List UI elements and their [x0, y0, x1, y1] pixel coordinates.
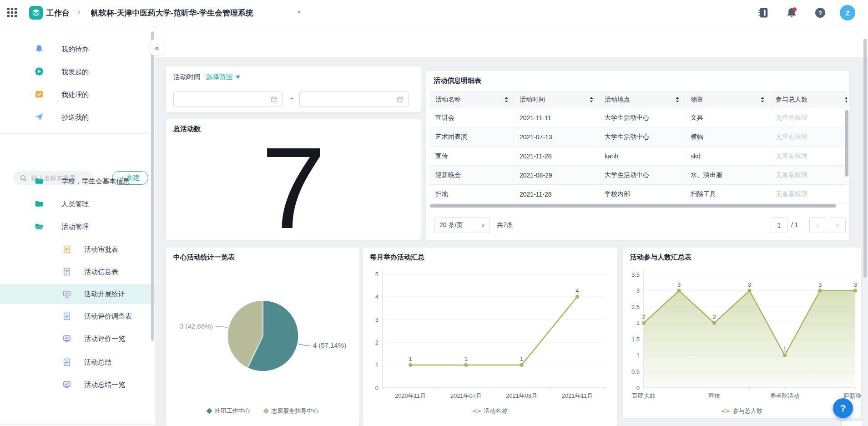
tree-folder-学校，学生会基本信息[interactable]: 学校，学生会基本信息: [0, 171, 155, 191]
svg-text:1: 1: [464, 355, 468, 362]
tree-item-活动信息表[interactable]: 活动信息表: [0, 262, 155, 282]
doc-icon-blue: [62, 358, 71, 367]
collapse-sidebar-button[interactable]: «: [150, 40, 164, 55]
table-cell: 2021-11-11: [514, 108, 599, 127]
svg-text:2021年07月: 2021年07月: [450, 392, 482, 399]
sidebar-item-1[interactable]: 我的待办: [0, 40, 155, 58]
sidebar-item-3[interactable]: 我处理的: [0, 86, 155, 104]
sort-icon: [845, 97, 847, 102]
table-cell: 宣讲会: [430, 108, 514, 127]
breadcrumb-separator-icon: ›: [77, 6, 81, 17]
calendar-icon: 1: [397, 96, 404, 103]
tree-folder-活动管理[interactable]: 活动管理: [0, 217, 155, 237]
sort-icon: [590, 97, 593, 102]
tree-item-活动总结[interactable]: 活动总结: [0, 352, 155, 372]
doc-icon-blue: [62, 267, 71, 276]
monitor-icon: [62, 289, 71, 299]
tree-item-label: 活动审批表: [84, 245, 118, 254]
sidebar-item-label: 我发起的: [61, 68, 89, 76]
page-size-select[interactable]: 20 条/页 ∨: [434, 217, 490, 233]
table-cell: 大学生活动中心: [599, 127, 685, 147]
table-vertical-scrollbar[interactable]: [845, 110, 848, 177]
help-circle-icon[interactable]: ?: [814, 6, 827, 19]
line1-card-title: 每月举办活动汇总: [370, 253, 424, 262]
topbar-divider: [24, 7, 24, 19]
end-date-input[interactable]: 1: [299, 91, 409, 107]
diamond-marker-icon: [263, 408, 269, 414]
svg-text:1.5: 1.5: [631, 336, 640, 343]
notifications-bell-icon[interactable]: [785, 6, 798, 19]
legend-item-社团工作中心[interactable]: 社团工作中心: [207, 407, 250, 415]
avatar[interactable]: Z: [840, 5, 855, 20]
filter-range-select[interactable]: 选择范围: [206, 73, 240, 81]
start-date-input[interactable]: 1: [173, 91, 283, 107]
table-cell: 迎新晚会: [430, 166, 514, 185]
total-pages-label: / 1: [791, 221, 798, 228]
column-header-活动地点[interactable]: 活动地点: [599, 91, 685, 108]
column-header-活动时间[interactable]: 活动时间: [514, 91, 599, 108]
breadcrumb[interactable]: 帆软杯-天津中医药大学-范昕华-学生会管理系统: [91, 8, 253, 18]
app-grid-menu-icon[interactable]: [7, 8, 17, 18]
sidebar-scrollbar[interactable]: [151, 31, 154, 341]
current-page-input[interactable]: 1: [771, 217, 787, 233]
table-cell: 宣传: [430, 147, 514, 166]
participants-area-chart: 00.511.522.533.52323133百团大战宣传养老院活动迎新晚会: [623, 248, 861, 418]
svg-text:2020年11月: 2020年11月: [395, 392, 426, 399]
layers-icon: [31, 8, 41, 18]
tree-item-label: 人员管理: [61, 200, 89, 208]
range-separator: ~: [287, 95, 295, 102]
tree-item-label: 活动评价调查表: [84, 312, 132, 321]
sidebar-item-4[interactable]: 抄送我的: [0, 108, 155, 127]
tree-item-活动开展统计[interactable]: 活动开展统计: [0, 284, 155, 304]
participants-summary-card: 活动参与人数汇总表 00.511.522.533.52323133百团大战宣传养…: [623, 248, 861, 418]
svg-text:5: 5: [375, 271, 378, 278]
table-card-title: 活动信息明细表: [434, 76, 481, 85]
address-book-icon[interactable]: [757, 6, 770, 19]
svg-text:3: 3: [818, 281, 822, 288]
task-check-icon: [34, 89, 45, 100]
column-header-物资[interactable]: 物资: [685, 91, 770, 108]
tree-item-label: 活动评价一览: [84, 335, 125, 343]
legend-item-活动名称[interactable]: 活动名称: [473, 407, 508, 415]
legend-item-志愿服务指导中心[interactable]: 志愿服务指导中心: [264, 407, 319, 415]
floating-help-button[interactable]: ?: [833, 398, 853, 418]
table-cell: 无查看权限: [770, 108, 847, 127]
page-scrollbar[interactable]: [863, 39, 867, 278]
table-cell: 横幅: [685, 127, 770, 147]
folder-icon: [34, 176, 44, 186]
svg-text:1: 1: [409, 355, 412, 362]
main-header: [155, 26, 868, 57]
table-viewport: 活动名称活动时间活动地点物资参与总人数宣讲会2021-11-11大学生活动中心文…: [430, 91, 847, 204]
line-marker-icon: [473, 409, 481, 413]
tree-folder-人员管理[interactable]: 人员管理: [0, 194, 155, 214]
sort-icon: [505, 97, 508, 102]
filter-label: 活动时间: [173, 73, 201, 81]
column-header-活动名称[interactable]: 活动名称: [430, 91, 514, 108]
svg-text:1: 1: [783, 346, 786, 353]
svg-text:3: 3: [748, 281, 751, 288]
prev-page-button[interactable]: ‹: [809, 217, 826, 233]
sort-icon: [676, 97, 679, 102]
tree-item-label: 活动总结: [84, 358, 111, 367]
total-activities-card: 总活动数 7: [166, 119, 421, 240]
table-cell: 水、演出服: [685, 166, 770, 185]
sidebar-item-2[interactable]: 我发起的: [0, 63, 155, 81]
legend-item-参与总人数[interactable]: 参与总人数: [722, 407, 762, 415]
next-page-button[interactable]: ›: [829, 217, 846, 233]
filter-card: 活动时间 选择范围 1 ~ 1: [166, 66, 421, 112]
tree-item-活动评价调查表[interactable]: 活动评价调查表: [0, 306, 155, 326]
table-horizontal-scrollbar[interactable]: [430, 204, 836, 208]
column-header-参与总人数[interactable]: 参与总人数: [770, 91, 847, 108]
line2-card-title: 活动参与人数汇总表: [630, 253, 691, 262]
pie-legend: 社团工作中心志愿服务指导中心: [166, 407, 359, 415]
tree-item-活动审批表[interactable]: 活动审批表: [0, 239, 155, 259]
monitor-icon: [62, 380, 71, 389]
table-cell: 艺术团表演: [430, 127, 514, 147]
svg-text:3: 3: [636, 287, 640, 294]
app-root: 工作台 › 帆软杯-天津中医药大学-范昕华-学生会管理系统 ▼ ? Z: [0, 0, 868, 426]
workspace-logo-icon[interactable]: [29, 6, 43, 20]
calendar-icon: 1: [271, 96, 278, 103]
tree-item-活动总结一览[interactable]: 活动总结一览: [0, 375, 155, 395]
breadcrumb-caret-icon[interactable]: ▼: [297, 9, 302, 15]
tree-item-活动评价一览[interactable]: 活动评价一览: [0, 329, 155, 349]
